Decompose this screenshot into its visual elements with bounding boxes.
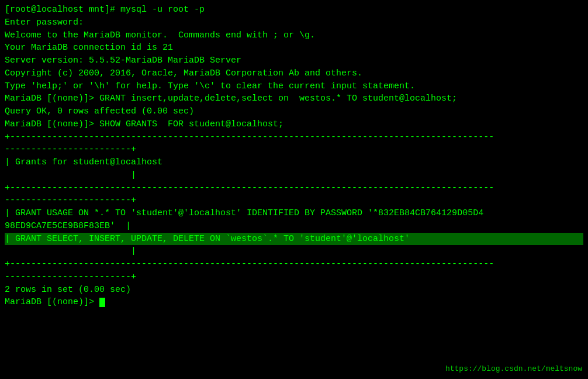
terminal-line: | GRANT USAGE ON *.* TO 'student'@'local…	[5, 207, 583, 220]
terminal-line: +---------------------------------------…	[5, 182, 583, 195]
terminal-line: Welcome to the MariaDB monitor. Commands…	[5, 29, 583, 42]
terminal-cursor	[99, 298, 105, 307]
terminal-line: MariaDB [(none)]>	[5, 296, 583, 309]
terminal-line: +---------------------------------------…	[5, 131, 583, 144]
terminal-line: |	[5, 245, 583, 258]
terminal-line: Query OK, 0 rows affected (0.00 sec)	[5, 105, 583, 118]
terminal-line: Enter password:	[5, 16, 583, 29]
terminal-line: 98ED9CA7E5CE9B8F83EB' |	[5, 220, 583, 233]
terminal-line: | GRANT SELECT, INSERT, UPDATE, DELETE O…	[5, 233, 583, 246]
terminal-line: ------------------------+	[5, 271, 583, 284]
terminal-line: Copyright (c) 2000, 2016, Oracle, MariaD…	[5, 67, 583, 80]
terminal-line: |	[5, 169, 583, 182]
terminal-line: [root@localhost mnt]# mysql -u root -p	[5, 4, 583, 16]
terminal-line: Type 'help;' or '\h' for help. Type '\c'…	[5, 80, 583, 93]
terminal-line: +---------------------------------------…	[5, 258, 583, 271]
terminal-line: Server version: 5.5.52-MariaDB MariaDB S…	[5, 54, 583, 67]
terminal-line: | Grants for student@localhost	[5, 156, 583, 169]
terminal-line: MariaDB [(none)]> SHOW GRANTS FOR studen…	[5, 118, 583, 131]
terminal-window: [root@localhost mnt]# mysql -u root -pEn…	[0, 0, 588, 379]
terminal-line: ------------------------+	[5, 194, 583, 207]
terminal-line: Your MariaDB connection id is 21	[5, 42, 583, 54]
watermark: https://blog.csdn.net/meltsnow	[445, 364, 582, 373]
terminal-line: ------------------------+	[5, 143, 583, 156]
terminal-line: MariaDB [(none)]> GRANT insert,update,de…	[5, 92, 583, 105]
terminal-line: 2 rows in set (0.00 sec)	[5, 284, 583, 297]
